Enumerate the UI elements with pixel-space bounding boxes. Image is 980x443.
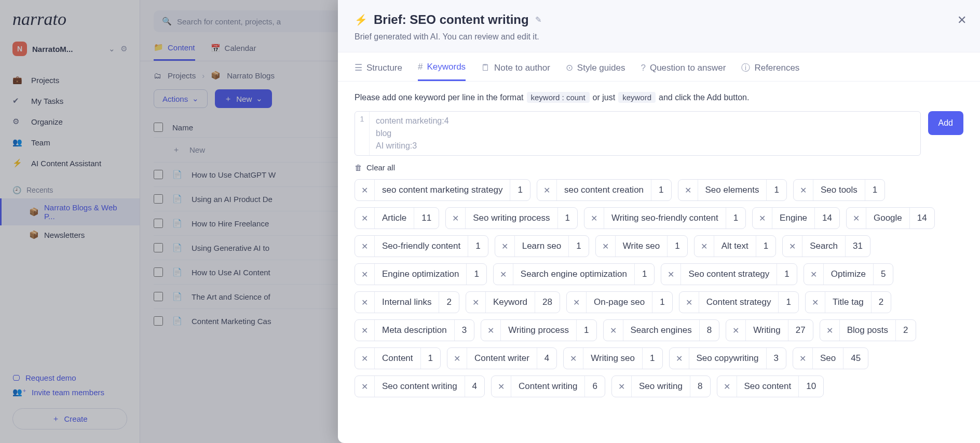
remove-keyword-icon[interactable]: ✕ xyxy=(820,320,840,341)
keyword-chip: ✕Internal links2 xyxy=(355,291,459,313)
keyword-count: 3 xyxy=(454,320,474,341)
remove-keyword-icon[interactable]: ✕ xyxy=(804,264,824,285)
remove-keyword-icon[interactable]: ✕ xyxy=(494,264,513,285)
panel-tab-question-to-answer[interactable]: ?Question to answer xyxy=(641,62,726,81)
keyword-text: Search engine optimization xyxy=(513,269,634,279)
keyword-text: Writing seo xyxy=(583,353,642,364)
remove-keyword-icon[interactable]: ✕ xyxy=(495,236,515,257)
keyword-count: 10 xyxy=(798,376,823,397)
remove-keyword-icon[interactable]: ✕ xyxy=(806,292,825,313)
panel-tab-keywords[interactable]: #Keywords xyxy=(418,62,466,81)
line-gutter: 1 xyxy=(355,112,370,155)
keyword-text: Seo writing process xyxy=(466,213,557,223)
keyword-chip: ✕Seo writing process1 xyxy=(445,207,578,229)
keyword-text: Writing xyxy=(746,325,788,335)
remove-keyword-icon[interactable]: ✕ xyxy=(596,236,616,257)
keyword-chip: ✕Seo elements1 xyxy=(678,179,787,201)
remove-keyword-icon[interactable]: ✕ xyxy=(466,292,486,313)
remove-keyword-icon[interactable]: ✕ xyxy=(793,348,813,369)
remove-keyword-icon[interactable]: ✕ xyxy=(695,236,714,257)
keyword-text: Seo content writing xyxy=(375,381,465,392)
keyword-chip: ✕Engine14 xyxy=(752,207,840,229)
remove-keyword-icon[interactable]: ✕ xyxy=(584,208,604,229)
remove-keyword-icon[interactable]: ✕ xyxy=(446,208,466,229)
edit-icon[interactable]: ✎ xyxy=(535,15,542,24)
keyword-chip: ✕Writing27 xyxy=(726,319,813,341)
keyword-count: 45 xyxy=(843,348,868,369)
keyword-chip: ✕Seo content10 xyxy=(717,375,824,397)
keyword-count: 6 xyxy=(584,376,604,397)
keyword-text: Search engines xyxy=(623,325,699,335)
remove-keyword-icon[interactable]: ✕ xyxy=(612,376,632,397)
clear-all-button[interactable]: 🗑 Clear all xyxy=(355,163,963,172)
keyword-text: Seo content strategy xyxy=(681,269,777,279)
remove-keyword-icon[interactable]: ✕ xyxy=(481,320,501,341)
close-icon[interactable]: ✕ xyxy=(957,14,967,27)
remove-keyword-icon[interactable]: ✕ xyxy=(447,348,467,369)
remove-keyword-icon[interactable]: ✕ xyxy=(355,320,375,341)
keyword-count: 1 xyxy=(568,236,588,257)
keyword-chip: ✕Article11 xyxy=(355,207,439,229)
keywords-textarea[interactable]: 1 content marketing:4 blog AI writing:3 xyxy=(355,111,921,156)
remove-keyword-icon[interactable]: ✕ xyxy=(355,236,375,257)
remove-keyword-icon[interactable]: ✕ xyxy=(355,264,375,285)
keyword-chip: ✕seo content marketing strategy1 xyxy=(355,179,530,201)
brief-panel: ⚡ Brief: SEO content writing ✎ Brief gen… xyxy=(338,0,980,443)
keyword-text: Content strategy xyxy=(699,297,779,307)
remove-keyword-icon[interactable]: ✕ xyxy=(753,208,772,229)
keyword-chip: ✕Keyword28 xyxy=(466,291,560,313)
remove-keyword-icon[interactable]: ✕ xyxy=(678,180,698,200)
remove-keyword-icon[interactable]: ✕ xyxy=(355,180,375,200)
keyword-count: 1 xyxy=(634,264,654,285)
panel-tab-label: References xyxy=(754,63,799,73)
remove-keyword-icon[interactable]: ✕ xyxy=(355,348,375,369)
keyword-text: Seo xyxy=(813,353,843,364)
remove-keyword-icon[interactable]: ✕ xyxy=(726,320,746,341)
keyword-count: 3 xyxy=(766,348,786,369)
remove-keyword-icon[interactable]: ✕ xyxy=(564,348,583,369)
remove-keyword-icon[interactable]: ✕ xyxy=(670,348,689,369)
trash-icon: 🗑 xyxy=(355,163,362,172)
keyword-chip: ✕Seo copywriting3 xyxy=(669,347,786,369)
keyword-chip: ✕Writing process1 xyxy=(481,319,596,341)
remove-keyword-icon[interactable]: ✕ xyxy=(355,208,375,229)
bolt-icon: ⚡ xyxy=(355,14,367,26)
panel-tab-references[interactable]: ⓘReferences xyxy=(741,62,799,81)
remove-keyword-icon[interactable]: ✕ xyxy=(679,292,699,313)
keyword-text: Seo tools xyxy=(813,185,865,195)
remove-keyword-icon[interactable]: ✕ xyxy=(717,376,737,397)
remove-keyword-icon[interactable]: ✕ xyxy=(537,180,557,200)
remove-keyword-icon[interactable]: ✕ xyxy=(355,376,375,397)
keyword-chip: ✕Seo content strategy1 xyxy=(661,263,797,285)
hash-icon: # xyxy=(418,62,423,72)
keyword-chip: ✕Content strategy1 xyxy=(679,291,799,313)
keyword-count: 11 xyxy=(414,208,439,229)
keyword-chip: ✕Search engines8 xyxy=(603,319,720,341)
keyword-count: 5 xyxy=(873,264,893,285)
panel-tab-note-to-author[interactable]: 🗒Note to author xyxy=(481,62,550,81)
keyword-chip: ✕Writing seo1 xyxy=(563,347,662,369)
keyword-chip: ✕Seo45 xyxy=(793,347,868,369)
keyword-chip: ✕Content writer4 xyxy=(447,347,557,369)
keyword-text: Seo-friendly content xyxy=(375,241,468,251)
add-button[interactable]: Add xyxy=(928,111,963,135)
keyword-text: Engine optimization xyxy=(375,269,466,279)
remove-keyword-icon[interactable]: ✕ xyxy=(567,292,587,313)
panel-tab-structure[interactable]: ☰Structure xyxy=(355,62,402,81)
remove-keyword-icon[interactable]: ✕ xyxy=(794,180,813,200)
keyword-text: Seo elements xyxy=(698,185,767,195)
keyword-count: 28 xyxy=(535,292,560,313)
remove-keyword-icon[interactable]: ✕ xyxy=(492,376,511,397)
keyword-count: 1 xyxy=(420,348,440,369)
panel-tab-style-guides[interactable]: ⊙Style guides xyxy=(566,62,625,81)
remove-keyword-icon[interactable]: ✕ xyxy=(604,320,623,341)
remove-keyword-icon[interactable]: ✕ xyxy=(847,208,866,229)
panel-tab-label: Structure xyxy=(366,63,402,73)
remove-keyword-icon[interactable]: ✕ xyxy=(355,292,375,313)
style-icon: ⊙ xyxy=(566,62,573,73)
remove-keyword-icon[interactable]: ✕ xyxy=(783,236,802,257)
keyword-chip: ✕Seo content writing4 xyxy=(355,375,485,397)
keyword-count: 31 xyxy=(845,236,870,257)
remove-keyword-icon[interactable]: ✕ xyxy=(661,264,681,285)
keywords-placeholder: content marketing:4 blog AI writing:3 xyxy=(370,112,920,155)
